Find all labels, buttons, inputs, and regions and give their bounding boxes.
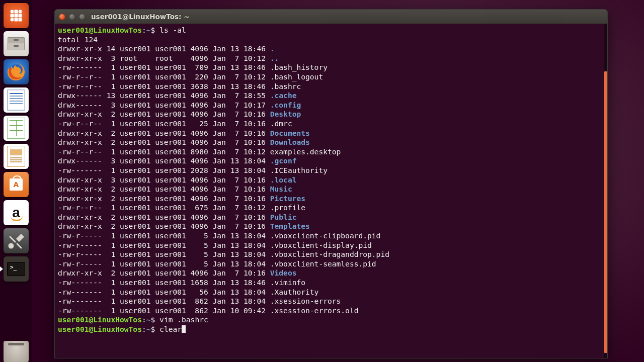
listing-row: drwxr-xr-x 2 user001 user001 4096 Jan 7 …	[58, 110, 601, 119]
listing-row: drwxr-xr-x 3 user001 user001 4096 Jan 7 …	[58, 175, 601, 185]
libreoffice-impress-icon[interactable]	[4, 144, 29, 169]
window-close-button[interactable]	[59, 14, 65, 20]
svg-rect-3	[11, 14, 14, 18]
listing-row: drwx------ 3 user001 user001 4096 Jan 7 …	[58, 101, 601, 110]
trash-icon[interactable]	[4, 341, 29, 362]
listing-row: drwx------ 3 user001 user001 4096 Jan 13…	[58, 156, 601, 166]
listing-row: -rw-r--r-- 1 user001 user001 25 Jan 7 10…	[58, 119, 601, 129]
files-icon[interactable]	[4, 31, 29, 56]
listing-row: -rw-r--r-- 1 user001 user001 220 Jan 7 1…	[58, 72, 601, 82]
svg-rect-6	[15, 10, 18, 14]
listing-row: drwxr-xr-x 2 user001 user001 4096 Jan 7 …	[58, 129, 601, 138]
svg-point-0	[11, 10, 14, 14]
listing-row: drwxr-xr-x 3 root root 4096 Jan 7 10:12 …	[58, 54, 601, 63]
window-title: user001@LinuxHowTos: ~	[91, 13, 189, 21]
listing-row: -rw------- 1 user001 user001 2028 Jan 13…	[58, 166, 601, 175]
window-minimize-button[interactable]	[69, 14, 75, 20]
listing-row: drwxr-xr-x 2 user001 user001 4096 Jan 7 …	[58, 185, 601, 194]
listing-row: -rw-r----- 1 user001 user001 5 Jan 13 18…	[58, 241, 601, 250]
unity-launcher: a >_	[0, 0, 32, 362]
ubuntu-software-icon[interactable]	[4, 172, 29, 197]
listing-row: drwxr-xr-x 2 user001 user001 4096 Jan 7 …	[58, 138, 601, 147]
libreoffice-calc-icon[interactable]	[4, 116, 29, 141]
svg-rect-5	[19, 18, 22, 22]
libreoffice-writer-icon[interactable]	[4, 87, 29, 113]
listing-row: -rw------- 1 user001 user001 709 Jan 13 …	[58, 63, 601, 72]
amazon-glyph: a	[12, 206, 20, 220]
listing-row: -rw-r--r-- 1 user001 user001 3638 Jan 13…	[58, 82, 601, 92]
svg-rect-8	[15, 18, 18, 22]
listing-row: -rw------- 1 user001 user001 1658 Jan 13…	[58, 278, 601, 288]
svg-point-1	[11, 18, 14, 22]
listing-row: drwxr-xr-x 2 user001 user001 4096 Jan 7 …	[58, 222, 601, 231]
svg-rect-7	[15, 14, 18, 18]
svg-rect-4	[19, 14, 22, 18]
listing-row: drwxr-xr-x 2 user001 user001 4096 Jan 7 …	[58, 268, 601, 278]
svg-point-2	[19, 10, 22, 14]
listing-row: -rw-r--r-- 1 user001 user001 8980 Jan 7 …	[58, 147, 601, 157]
terminal-output[interactable]: user001@LinuxHowTos:~$ ls -altotal 124dr…	[55, 24, 604, 358]
listing-row: drwx------ 13 user001 user001 4096 Jan 7…	[58, 91, 601, 101]
listing-row: -rw-r----- 1 user001 user001 5 Jan 13 18…	[58, 250, 601, 259]
listing-row: drwxr-xr-x 14 user001 user001 4096 Jan 1…	[58, 44, 601, 54]
terminal-icon[interactable]: >_	[4, 256, 29, 282]
listing-row: -rw-r----- 1 user001 user001 5 Jan 13 18…	[58, 231, 601, 241]
listing-row: -rw------- 1 user001 user001 862 Jan 13 …	[58, 297, 601, 306]
svg-point-10	[9, 244, 13, 248]
firefox-icon[interactable]	[4, 59, 29, 84]
listing-row: -rw------- 1 user001 user001 56 Jan 13 1…	[58, 288, 601, 297]
system-settings-icon[interactable]	[4, 228, 29, 253]
listing-row: -rw-r--r-- 1 user001 user001 675 Jan 7 1…	[58, 203, 601, 213]
terminal-window: user001@LinuxHowTos: ~ user001@LinuxHowT…	[54, 9, 608, 358]
listing-row: -rw------- 1 user001 user001 862 Jan 10 …	[58, 306, 601, 316]
terminal-scrollbar-thumb[interactable]	[604, 71, 607, 353]
listing-row: drwxr-xr-x 2 user001 user001 4096 Jan 7 …	[58, 213, 601, 222]
listing-row: drwxr-xr-x 2 user001 user001 4096 Jan 7 …	[58, 194, 601, 204]
window-maximize-button[interactable]	[79, 14, 86, 20]
dash-icon[interactable]	[4, 3, 29, 28]
desktop: a >_ user001@LinuxHowTos: ~ user001@Linu…	[0, 0, 644, 362]
listing-row: -rw-r----- 1 user001 user001 5 Jan 13 18…	[58, 259, 601, 269]
amazon-icon[interactable]: a	[4, 200, 29, 225]
window-titlebar[interactable]: user001@LinuxHowTos: ~	[55, 10, 607, 24]
